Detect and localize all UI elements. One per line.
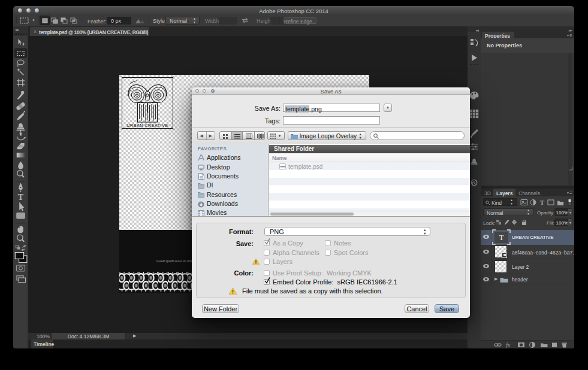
svg-text:fx: fx (506, 342, 511, 348)
svg-text:T: T (540, 199, 545, 206)
svg-text:T: T (18, 193, 24, 202)
svg-text:URBAN CREATIVE: URBAN CREATIVE (126, 123, 168, 128)
